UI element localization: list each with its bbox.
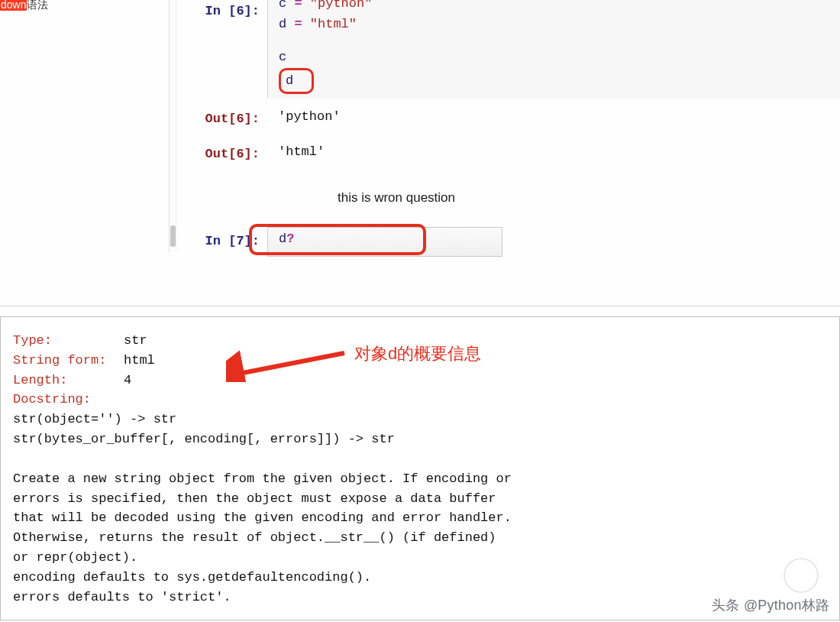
sidebar-text: 语法 (27, 0, 48, 11)
markdown-cell[interactable]: this is wron question (338, 187, 840, 209)
output-value: 'html' (267, 140, 840, 169)
code-input[interactable]: d? (267, 227, 502, 256)
output-prompt: Out[6]: (177, 140, 267, 169)
watermark-icon (783, 558, 819, 593)
highlight-box-d: d (279, 68, 314, 94)
code-input[interactable]: c = "python" d = "html" c d (267, 0, 840, 99)
scrollbar[interactable] (169, 0, 176, 252)
output-cell-6b: Out[6]: 'html' (177, 140, 840, 169)
output-cell-6a: Out[6]: 'python' (177, 105, 840, 134)
annotation-text: 对象d的概要信息 (354, 342, 481, 365)
output-value: 'python' (267, 105, 840, 134)
pager-row-length: Length: 4 (13, 371, 833, 390)
notebook-area: down语法 In [6]: c = "python" d = "html" c… (0, 0, 840, 307)
highlighted-text: down (0, 0, 27, 11)
notebook-cells: In [6]: c = "python" d = "html" c d Out[… (177, 0, 840, 257)
watermark-text: 头条 @Python林路 (712, 596, 829, 614)
sidebar-fragment: down语法 (0, 0, 48, 12)
input-prompt: In [6]: (177, 0, 267, 99)
divider (0, 306, 840, 306)
pager-docstring-body: str(object='') -> str str(bytes_or_buffe… (13, 410, 833, 607)
pager-row-docstring: Docstring: (13, 390, 833, 410)
code-cell-7[interactable]: In [7]: d? (177, 227, 840, 256)
output-prompt: Out[6]: (177, 105, 267, 134)
code-cell-6[interactable]: In [6]: c = "python" d = "html" c d (177, 0, 840, 99)
input-prompt: In [7]: (177, 227, 267, 256)
